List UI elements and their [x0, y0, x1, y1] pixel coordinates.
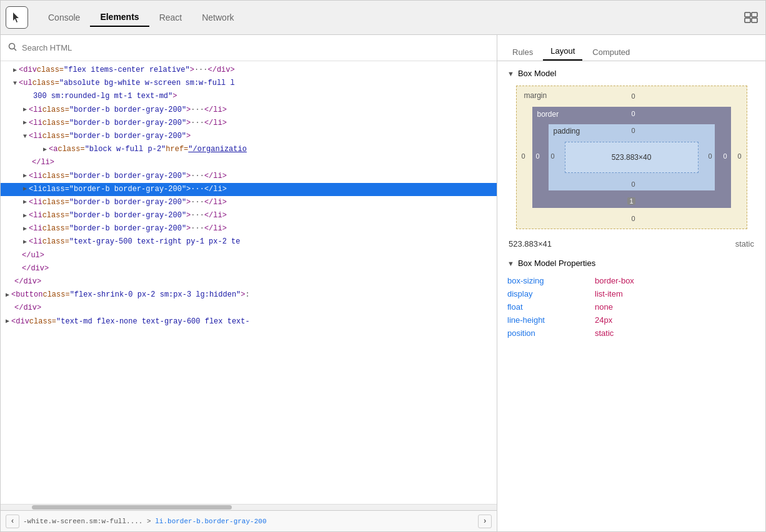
bmp-prop-line-height: line-height — [507, 315, 595, 325]
tab-rules[interactable]: Rules — [505, 44, 540, 61]
tree-row[interactable]: ▶ <li class="border-b border-gray-200">·… — [1, 104, 497, 117]
tab-react[interactable]: React — [149, 9, 192, 26]
expand-arrow: ▶ — [43, 145, 47, 155]
tree-row[interactable]: ▶ <div class="flex items-center relative… — [1, 64, 497, 77]
bmp-prop-position: position — [507, 328, 595, 338]
tree-row[interactable]: ▶ <button class="flex-shrink-0 px-2 sm:p… — [1, 288, 497, 302]
svg-rect-1 — [752, 12, 757, 17]
svg-point-4 — [9, 44, 15, 49]
breadcrumb-current[interactable]: li.border-b.border-gray-200 — [155, 518, 266, 525]
grid-layout-icon[interactable] — [742, 8, 760, 27]
expand-arrow: ▶ — [23, 105, 27, 115]
breadcrumb-separator: > — [147, 518, 155, 525]
bmp-val-float: none — [595, 302, 613, 312]
tree-row[interactable]: ▼ <li class="border-b border-gray-200"> — [1, 130, 497, 143]
padding-right-val: 0 — [708, 152, 712, 160]
tree-row[interactable]: ▶ <a class="block w-full p-2" href="/org… — [1, 143, 497, 156]
tree-row[interactable]: </ul> — [1, 249, 497, 262]
tree-row[interactable]: ▶ <li class="border-b border-gray-200">·… — [1, 196, 497, 209]
search-icon — [8, 42, 17, 53]
expand-arrow: ▶ — [23, 237, 27, 247]
box-dimensions: 523.883×41 static — [507, 239, 755, 249]
right-tabs: Rules Layout Computed — [497, 35, 765, 61]
bmp-val-line-height: 24px — [595, 315, 612, 325]
expand-arrow: ▶ — [6, 290, 9, 300]
tree-row[interactable]: </li> — [1, 156, 497, 169]
bmp-row-line-height: line-height 24px — [507, 313, 755, 327]
right-content: ▼ Box Model margin 0 0 0 0 — [497, 61, 765, 531]
search-bar — [1, 35, 497, 61]
section-collapse-arrow[interactable]: ▼ — [507, 70, 514, 77]
box-model-title: Box Model — [518, 69, 556, 78]
margin-top-val: 0 — [631, 92, 635, 100]
scrollbar-thumb[interactable] — [32, 505, 232, 510]
tree-row[interactable]: ▶ <li class="border-b border-gray-200">·… — [1, 209, 497, 222]
svg-line-5 — [14, 49, 17, 51]
breadcrumb-path-start: -white.w-screen.sm:w-full.... — [23, 518, 142, 525]
tab-elements[interactable]: Elements — [90, 8, 149, 27]
tree-row[interactable]: ▶ <li class="border-b border-gray-200">·… — [1, 170, 497, 183]
tab-console[interactable]: Console — [38, 9, 90, 26]
svg-rect-2 — [745, 18, 750, 22]
main-area: ▶ <div class="flex items-center relative… — [1, 35, 765, 531]
tree-row[interactable]: </div> — [1, 262, 497, 275]
box-model-diagram: margin 0 0 0 0 border 0 0 0 — [516, 86, 747, 229]
padding-label: padding — [554, 127, 580, 135]
tree-row[interactable]: ▶ <li class="text-gray-500 text-right py… — [1, 235, 497, 249]
bmp-title: Box Model Properties — [518, 259, 595, 268]
expand-arrow: ▼ — [13, 79, 17, 89]
box-model-section-header: ▼ Box Model — [507, 69, 755, 78]
box-model-properties-section: ▼ Box Model Properties box-sizing border… — [507, 259, 755, 340]
tree-row[interactable]: </div> — [1, 275, 497, 288]
bmp-collapse-arrow[interactable]: ▼ — [507, 260, 514, 267]
expand-arrow: ▶ — [23, 211, 27, 221]
tab-network[interactable]: Network — [192, 9, 244, 26]
tree-row[interactable]: ▼ <ul class="absolute bg-white w-screen … — [1, 77, 497, 90]
margin-left-val: 0 — [522, 152, 525, 160]
border-label: border — [537, 110, 559, 119]
horizontal-scrollbar[interactable] — [1, 504, 497, 510]
expand-arrow: ▶ — [23, 118, 27, 128]
tab-computed[interactable]: Computed — [585, 44, 637, 61]
bmp-row-box-sizing: box-sizing border-box — [507, 274, 755, 287]
border-bottom-val: 1 — [627, 197, 635, 205]
border-right-val: 0 — [723, 152, 727, 160]
bmp-val-display: list-item — [595, 289, 623, 298]
tree-row[interactable]: 300 sm:rounded-lg mt-1 text-md"> — [1, 90, 497, 103]
bmp-prop-box-sizing: box-sizing — [507, 276, 595, 285]
breadcrumb-back-button[interactable]: ‹ — [6, 515, 19, 528]
padding-top-val: 0 — [631, 127, 635, 134]
border-left-val: 0 — [536, 152, 540, 160]
html-panel: ▶ <div class="flex items-center relative… — [1, 35, 497, 531]
bmp-header: ▼ Box Model Properties — [507, 259, 755, 268]
bmp-prop-float: float — [507, 302, 595, 312]
svg-rect-3 — [752, 18, 757, 22]
right-panel: Rules Layout Computed ▼ Box Model margin — [497, 35, 765, 531]
expand-arrow: ▶ — [23, 224, 27, 234]
breadcrumb: -white.w-screen.sm:w-full.... > li.borde… — [23, 518, 474, 525]
breadcrumb-forward-button[interactable]: › — [478, 515, 492, 528]
tree-row[interactable]: ▶ <li class="border-b border-gray-200">·… — [1, 117, 497, 130]
tab-bar-right — [742, 8, 760, 27]
content-size-label: 523.883×40 — [612, 153, 652, 162]
margin-label: margin — [524, 91, 547, 100]
svg-rect-0 — [745, 12, 750, 17]
box-position-value: static — [735, 239, 754, 249]
expand-arrow: ▶ — [23, 197, 27, 207]
bmp-row-display: display list-item — [507, 287, 755, 300]
tree-row-selected[interactable]: ▶ <li class="border-b border-gray-200">·… — [1, 183, 497, 196]
expand-arrow: ▼ — [23, 132, 27, 142]
html-tree[interactable]: ▶ <div class="flex items-center relative… — [1, 61, 497, 504]
tree-row[interactable]: ▶ <li class="border-b border-gray-200">·… — [1, 222, 497, 235]
tab-bar: Console Elements React Network — [1, 1, 765, 35]
breadcrumb-bar: ‹ -white.w-screen.sm:w-full.... > li.bor… — [1, 510, 497, 531]
devtools-container: Console Elements React Network — [0, 0, 766, 532]
tree-row[interactable]: ▶ <div class="text-md flex-none text-gra… — [1, 315, 497, 328]
bmp-val-box-sizing: border-box — [595, 276, 634, 285]
tree-row[interactable]: </div> — [1, 302, 497, 315]
bmp-row-position: position static — [507, 327, 755, 340]
cursor-icon[interactable] — [6, 6, 28, 29]
tab-layout[interactable]: Layout — [543, 42, 582, 61]
padding-bottom-val: 0 — [631, 180, 635, 188]
search-input[interactable] — [22, 43, 489, 52]
